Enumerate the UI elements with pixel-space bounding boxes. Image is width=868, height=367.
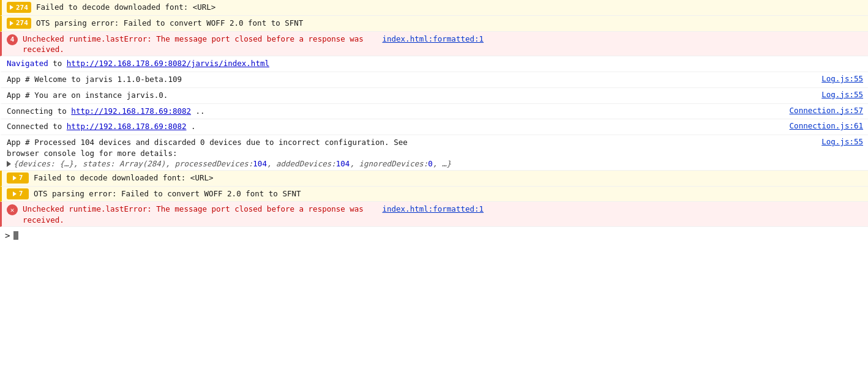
badge-count-1: 274 — [16, 4, 28, 12]
console-row-6: App # You are on instance jarvis.0. Log.… — [0, 88, 868, 104]
row-message-6: App # You are on instance jarvis.0. — [7, 90, 817, 102]
row-message-7: Connecting to http://192.168.178.69:8082… — [7, 106, 785, 117]
console-row-5: App # Welcome to jarvis 1.1.0-beta.109 L… — [0, 72, 868, 88]
console-row-4: Navigated to http://192.168.178.69:8082/… — [0, 56, 868, 72]
row-source-7[interactable]: Connection.js:57 — [790, 106, 863, 117]
badge-arrow-2 — [10, 21, 13, 26]
console-row-12: ✕ Unchecked runtime.lastError: The messa… — [0, 202, 868, 227]
error-source-3[interactable]: index.html:formatted:1 — [382, 34, 484, 43]
badge-count-11: 7 — [19, 190, 23, 198]
prompt-cursor[interactable] — [13, 231, 18, 240]
processed-line1: App # Processed 104 devices and discarde… — [7, 137, 817, 149]
warning-badge-1: 274 — [7, 2, 31, 13]
prompt-arrow: > — [5, 231, 10, 240]
row-message-11: OTS parsing error: Failed to convert WOF… — [34, 188, 863, 200]
ignored-devices-num: 0 — [428, 159, 433, 168]
error-message-3: Unchecked runtime.lastError: The message… — [23, 34, 863, 45]
error-badge-3: 4 — [7, 34, 18, 45]
processed-object: {devices: {…}, states: Array(284), proce… — [7, 159, 863, 168]
connected-suffix: . — [191, 122, 196, 131]
badge-count-2: 274 — [16, 19, 28, 27]
expand-icon[interactable] — [7, 161, 11, 167]
warning-badge-2: 274 — [7, 18, 31, 29]
console-row-7: Connecting to http://192.168.178.69:8082… — [0, 104, 868, 120]
warning-badge-11: 7 — [7, 188, 29, 199]
object-text: {devices: {…}, states: Array(284), proce… — [13, 159, 253, 168]
connecting-link[interactable]: http://192.168.178.69:8082 — [71, 106, 191, 116]
error-source-12[interactable]: index.html:formatted:1 — [382, 204, 484, 213]
connected-prefix: Connected to — [7, 122, 67, 131]
console-row-3: 4 Unchecked runtime.lastError: The messa… — [0, 32, 868, 57]
row-source-9[interactable]: Log.js:55 — [821, 137, 863, 149]
error-message-3b: received. — [23, 45, 64, 54]
added-devices-num: 104 — [336, 159, 350, 168]
processed-devices-num: 104 — [253, 159, 267, 168]
navigate-keyword: Navigated — [7, 59, 48, 68]
console-row-8: Connected to http://192.168.178.69:8082 … — [0, 119, 868, 135]
connected-link[interactable]: http://192.168.178.69:8082 — [67, 122, 187, 131]
row-message-10: Failed to decode downloaded font: <URL> — [34, 172, 863, 184]
row-message-5: App # Welcome to jarvis 1.1.0-beta.109 — [7, 74, 817, 86]
error-content-12: Unchecked runtime.lastError: The message… — [23, 204, 863, 224]
warning-badge-10: 7 — [7, 172, 29, 184]
error-message-12b: received. — [23, 215, 64, 224]
navigate-row: Navigated to http://192.168.178.69:8082/… — [7, 58, 863, 70]
object-text4: , …} — [433, 159, 451, 168]
navigate-link[interactable]: http://192.168.178.69:8082/jarvis/index.… — [67, 59, 269, 68]
console-row-1: 274 Failed to decode downloaded font: <U… — [0, 0, 868, 16]
console-row-11: 7 OTS parsing error: Failed to convert W… — [0, 187, 868, 202]
row-message-8: Connected to http://192.168.178.69:8082 … — [7, 121, 785, 133]
connecting-suffix: .. — [196, 106, 205, 116]
badge-count-10: 7 — [19, 174, 23, 182]
console-row-2: 274 OTS parsing error: Failed to convert… — [0, 16, 868, 32]
badge-arrow-10 — [13, 176, 17, 180]
error-content-3: Unchecked runtime.lastError: The message… — [23, 34, 863, 54]
row-source-6[interactable]: Log.js:55 — [821, 90, 863, 102]
connecting-prefix: Connecting to — [7, 106, 71, 116]
row-source-8[interactable]: Connection.js:61 — [790, 121, 863, 133]
processed-line2: browser console log for more details: — [7, 149, 863, 158]
error-message-12: Unchecked runtime.lastError: The message… — [23, 204, 863, 215]
console-row-9: App # Processed 104 devices and discarde… — [0, 135, 868, 171]
console-prompt-row: > — [0, 227, 868, 244]
row-message-1: Failed to decode downloaded font: <URL> — [36, 2, 863, 13]
object-text3: , ignoredDevices: — [350, 159, 428, 168]
object-text2: , addedDevices: — [267, 159, 336, 168]
console-row-10: 7 Failed to decode downloaded font: <URL… — [0, 171, 868, 187]
badge-arrow-11 — [13, 191, 17, 196]
processed-content: App # Processed 104 devices and discarde… — [7, 137, 863, 168]
badge-arrow-1 — [10, 5, 13, 10]
error-badge-12: ✕ — [7, 204, 18, 215]
row-source-5[interactable]: Log.js:55 — [821, 74, 863, 86]
navigate-to-text: to — [53, 59, 67, 68]
row-message-2: OTS parsing error: Failed to convert WOF… — [36, 18, 863, 29]
